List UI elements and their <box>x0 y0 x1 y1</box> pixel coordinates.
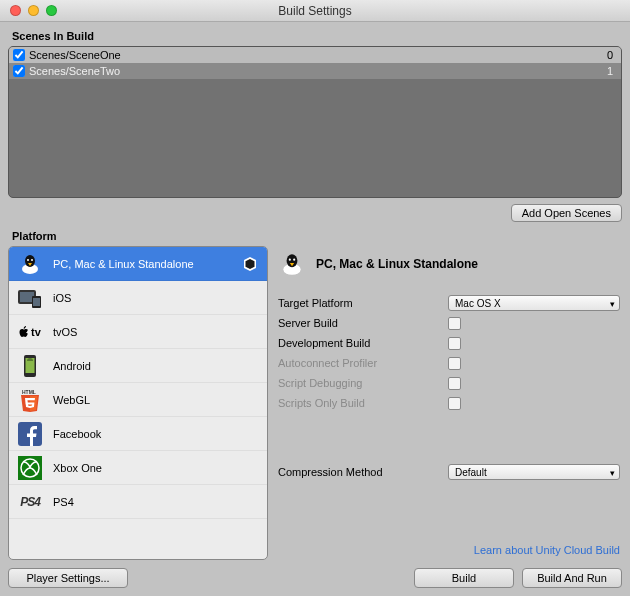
cloud-build-link[interactable]: Learn about Unity Cloud Build <box>278 544 620 556</box>
svg-text:HTML: HTML <box>22 389 36 395</box>
unity-target-icon <box>241 255 259 273</box>
scene-index: 0 <box>607 49 617 61</box>
platform-item-facebook[interactable]: Facebook <box>9 417 267 451</box>
platform-item-ios[interactable]: iOS <box>9 281 267 315</box>
field-label: Script Debugging <box>278 377 448 389</box>
field-script-debug: Script Debugging <box>278 374 620 392</box>
platform-item-webgl[interactable]: HTML WebGL <box>9 383 267 417</box>
build-and-run-button[interactable]: Build And Run <box>522 568 622 588</box>
scenes-label: Scenes In Build <box>12 30 622 42</box>
scene-checkbox[interactable] <box>13 65 25 77</box>
scenes-list[interactable]: Scenes/SceneOne 0 Scenes/SceneTwo 1 <box>8 46 622 198</box>
window-title: Build Settings <box>0 4 630 18</box>
svg-point-2 <box>27 259 29 261</box>
dev-build-checkbox[interactable] <box>448 337 461 350</box>
scene-index: 1 <box>607 65 617 77</box>
platform-item-ps4[interactable]: PS4 PS4 <box>9 485 267 519</box>
scene-checkbox[interactable] <box>13 49 25 61</box>
titlebar: Build Settings <box>0 0 630 22</box>
field-label: Target Platform <box>278 297 448 309</box>
window-controls <box>0 5 57 16</box>
field-target-platform: Target Platform Mac OS X <box>278 294 620 312</box>
compression-select[interactable]: Default <box>448 464 620 480</box>
platform-item-tvos[interactable]: tv tvOS <box>9 315 267 349</box>
field-dev-build: Development Build <box>278 334 620 352</box>
platform-item-xbox[interactable]: Xbox One <box>9 451 267 485</box>
platform-item-label: WebGL <box>53 394 259 406</box>
platform-list[interactable]: PC, Mac & Linux Standalone iOS tv tvOS <box>8 246 268 560</box>
scripts-only-checkbox <box>448 397 461 410</box>
build-settings-pane: PC, Mac & Linux Standalone Target Platfo… <box>276 246 622 560</box>
svg-point-22 <box>289 259 291 261</box>
ios-icon <box>17 285 43 311</box>
field-label: Autoconnect Profiler <box>278 357 448 369</box>
field-label: Development Build <box>278 337 448 349</box>
settings-title: PC, Mac & Linux Standalone <box>316 257 478 271</box>
platform-item-label: Android <box>53 360 259 372</box>
platform-item-label: PC, Mac & Linux Standalone <box>53 258 231 270</box>
svg-point-3 <box>31 259 33 261</box>
server-build-checkbox[interactable] <box>448 317 461 330</box>
platform-item-label: tvOS <box>53 326 259 338</box>
field-server-build: Server Build <box>278 314 620 332</box>
platform-item-label: iOS <box>53 292 259 304</box>
scene-row[interactable]: Scenes/SceneOne 0 <box>9 47 621 63</box>
android-icon <box>17 353 43 379</box>
platform-item-standalone[interactable]: PC, Mac & Linux Standalone <box>9 247 267 281</box>
scene-name: Scenes/SceneOne <box>29 49 121 61</box>
platform-item-label: PS4 <box>53 496 259 508</box>
maximize-icon[interactable] <box>46 5 57 16</box>
bottom-bar: Player Settings... Build Build And Run <box>8 560 622 588</box>
html5-icon: HTML <box>17 387 43 413</box>
platform-item-label: Xbox One <box>53 462 259 474</box>
scene-row[interactable]: Scenes/SceneTwo 1 <box>9 63 621 79</box>
svg-point-23 <box>293 259 295 261</box>
platform-item-android[interactable]: Android <box>9 349 267 383</box>
ps4-icon: PS4 <box>17 489 43 515</box>
close-icon[interactable] <box>10 5 21 16</box>
platform-item-label: Facebook <box>53 428 259 440</box>
target-platform-select[interactable]: Mac OS X <box>448 295 620 311</box>
field-label: Scripts Only Build <box>278 397 448 409</box>
field-autoconnect: Autoconnect Profiler <box>278 354 620 372</box>
platform-label: Platform <box>12 230 622 242</box>
svg-rect-10 <box>33 298 40 306</box>
build-button[interactable]: Build <box>414 568 514 588</box>
autoconnect-checkbox <box>448 357 461 370</box>
svg-rect-8 <box>20 292 34 302</box>
svg-marker-16 <box>25 398 35 408</box>
player-settings-button[interactable]: Player Settings... <box>8 568 128 588</box>
tux-icon <box>17 251 43 277</box>
script-debug-checkbox <box>448 377 461 390</box>
minimize-icon[interactable] <box>28 5 39 16</box>
field-compression: Compression Method Default <box>278 463 620 481</box>
add-open-scenes-button[interactable]: Add Open Scenes <box>511 204 622 222</box>
settings-header: PC, Mac & Linux Standalone <box>278 250 620 278</box>
facebook-icon <box>17 421 43 447</box>
field-label: Compression Method <box>278 466 448 478</box>
field-scripts-only: Scripts Only Build <box>278 394 620 412</box>
tux-icon <box>278 250 306 278</box>
xbox-icon <box>17 455 43 481</box>
scene-name: Scenes/SceneTwo <box>29 65 120 77</box>
appletv-icon: tv <box>17 319 43 345</box>
field-label: Server Build <box>278 317 448 329</box>
